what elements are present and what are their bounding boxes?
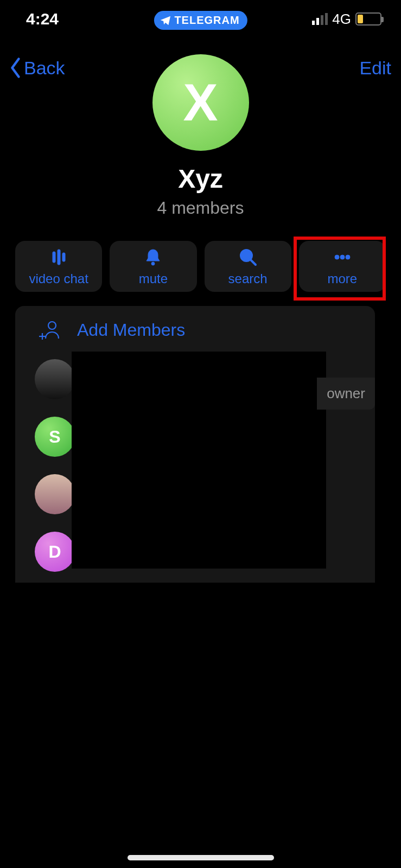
svg-point-8 [346, 255, 350, 259]
svg-rect-0 [53, 252, 55, 263]
network-label: 4G [332, 11, 351, 28]
owner-badge: owner [317, 378, 375, 410]
svg-rect-2 [62, 253, 65, 261]
svg-rect-1 [58, 250, 60, 265]
group-subtitle: 4 members [157, 198, 244, 218]
mute-button[interactable]: mute [110, 241, 196, 292]
screen: 4:24 TELEGRAM 4G Back Edit X Xyz 4 membe… [0, 0, 401, 868]
svg-point-9 [48, 322, 56, 329]
svg-point-3 [151, 262, 155, 265]
members-list: S D owner [15, 352, 375, 572]
status-bar: 4:24 TELEGRAM 4G [0, 0, 401, 38]
member-avatar[interactable] [35, 474, 75, 514]
search-label: search [228, 271, 268, 286]
app-pill: TELEGRAM [154, 11, 247, 30]
battery-icon [355, 12, 381, 25]
group-avatar-initial: X [183, 73, 218, 132]
app-pill-label: TELEGRAM [174, 14, 239, 27]
member-avatar[interactable] [35, 359, 75, 399]
bell-icon [142, 246, 164, 268]
video-chat-icon [48, 246, 69, 268]
more-icon [332, 246, 353, 268]
add-members-label: Add Members [77, 320, 185, 340]
telegram-icon [159, 15, 171, 27]
search-button[interactable]: search [205, 241, 291, 292]
member-avatar[interactable]: D [35, 532, 75, 572]
group-name: Xyz [178, 164, 223, 194]
more-label: more [328, 271, 358, 286]
home-indicator[interactable] [128, 855, 274, 860]
status-time: 4:24 [26, 10, 91, 28]
action-row: video chat mute search more [15, 241, 386, 292]
add-person-icon [38, 318, 62, 342]
member-avatar[interactable]: S [35, 417, 75, 457]
svg-line-5 [251, 260, 256, 265]
group-header: X Xyz 4 members [0, 54, 401, 218]
mute-label: mute [139, 271, 168, 286]
group-avatar[interactable]: X [152, 54, 249, 151]
video-chat-button[interactable]: video chat [15, 241, 102, 292]
search-icon [237, 246, 259, 268]
signal-icon [312, 13, 328, 25]
redacted-area [72, 352, 326, 569]
members-panel: Add Members S D owner [15, 306, 375, 583]
more-button[interactable]: more [299, 241, 386, 292]
svg-point-7 [340, 255, 345, 259]
add-members-button[interactable]: Add Members [15, 306, 375, 352]
status-right: 4G [312, 11, 381, 28]
video-chat-label: video chat [29, 271, 88, 286]
svg-point-6 [335, 255, 339, 259]
